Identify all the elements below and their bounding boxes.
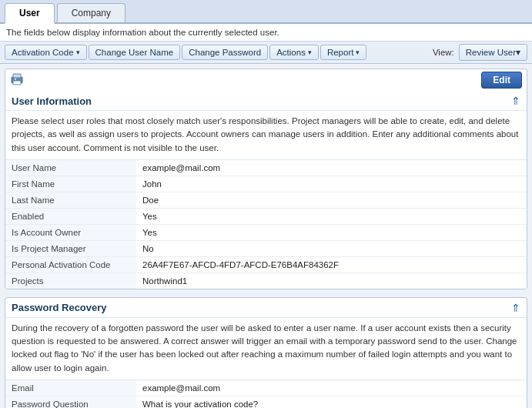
view-arrow-icon: ▾ (516, 47, 520, 58)
tab-user[interactable]: User (5, 3, 55, 24)
table-row: Emailexample@mail.com (5, 380, 527, 396)
field-value: example@mail.com (136, 160, 527, 176)
field-label: Is Project Manager (5, 240, 136, 256)
activation-code-button[interactable]: Activation Code ▾ (5, 45, 87, 60)
actions-button[interactable]: Actions ▾ (269, 45, 319, 60)
actions-arrow-icon: ▾ (308, 48, 312, 56)
view-button[interactable]: Review User ▾ (459, 44, 527, 61)
password-recovery-title: Password Recovery (12, 302, 107, 313)
table-row: Personal Activation Code26A4F7E67-AFCD-4… (5, 256, 527, 273)
password-recovery-collapse-icon[interactable]: ⇑ (511, 302, 520, 314)
field-label: Projects (5, 273, 136, 289)
user-info-header: User Information ⇑ (5, 91, 527, 111)
table-row: ProjectsNorthwind1 (5, 273, 527, 289)
toolbar: Activation Code ▾ Change User Name Chang… (0, 42, 532, 64)
field-value: What is your activation code? (136, 396, 527, 408)
password-recovery-description: During the recovery of a forgotten passw… (5, 318, 527, 380)
svg-rect-3 (15, 79, 16, 80)
field-label: User Name (5, 160, 136, 176)
activation-code-arrow-icon: ▾ (76, 48, 80, 56)
field-label: Personal Activation Code (5, 256, 136, 273)
user-info-title: User Information (12, 95, 92, 107)
table-row: Is Account OwnerYes (5, 224, 527, 240)
table-row: User Nameexample@mail.com (5, 160, 527, 176)
password-recovery-table: Emailexample@mail.comPassword QuestionWh… (5, 380, 527, 408)
user-info-top-row: Edit (5, 69, 527, 91)
field-label: Last Name (5, 192, 136, 208)
password-recovery-card: Password Recovery ⇑ During the recovery … (5, 297, 527, 408)
print-icon[interactable] (10, 73, 24, 88)
user-info-description: Please select user roles that most close… (5, 111, 527, 160)
info-bar: The fields below display information abo… (0, 24, 532, 42)
field-label: Password Question (5, 396, 136, 408)
table-row: Is Project ManagerNo (5, 240, 527, 256)
field-value: John (136, 176, 527, 192)
table-row: First NameJohn (5, 176, 527, 192)
password-recovery-header: Password Recovery ⇑ (5, 298, 527, 318)
user-info-collapse-icon[interactable]: ⇑ (511, 95, 520, 107)
field-label: First Name (5, 176, 136, 192)
report-arrow-icon: ▾ (356, 48, 360, 56)
field-value: 26A4F7E67-AFCD-4FD7-AFCD-E76B4AF84362F (136, 256, 527, 273)
field-value: Yes (136, 208, 527, 224)
user-info-card: Edit User Information ⇑ Please select us… (5, 69, 527, 289)
field-value: Yes (136, 224, 527, 240)
report-button[interactable]: Report ▾ (320, 45, 367, 60)
user-info-table: User Nameexample@mail.comFirst NameJohnL… (5, 160, 527, 289)
edit-button[interactable]: Edit (481, 72, 522, 89)
main-content: Edit User Information ⇑ Please select us… (0, 64, 532, 408)
field-value: No (136, 240, 527, 256)
field-label: Enabled (5, 208, 136, 224)
field-value: example@mail.com (136, 380, 527, 396)
field-label: Is Account Owner (5, 224, 136, 240)
tabs-bar: User Company (0, 0, 532, 24)
field-value: Northwind1 (136, 273, 527, 289)
table-row: Last NameDoe (5, 192, 527, 208)
change-password-button[interactable]: Change Password (182, 45, 268, 60)
svg-rect-2 (13, 81, 21, 85)
change-user-name-button[interactable]: Change User Name (89, 45, 181, 60)
table-row: Password QuestionWhat is your activation… (5, 396, 527, 408)
tab-company[interactable]: Company (57, 3, 125, 22)
field-value: Doe (136, 192, 527, 208)
field-label: Email (5, 380, 136, 396)
view-label: View: (433, 48, 454, 57)
svg-rect-1 (13, 74, 21, 78)
table-row: EnabledYes (5, 208, 527, 224)
